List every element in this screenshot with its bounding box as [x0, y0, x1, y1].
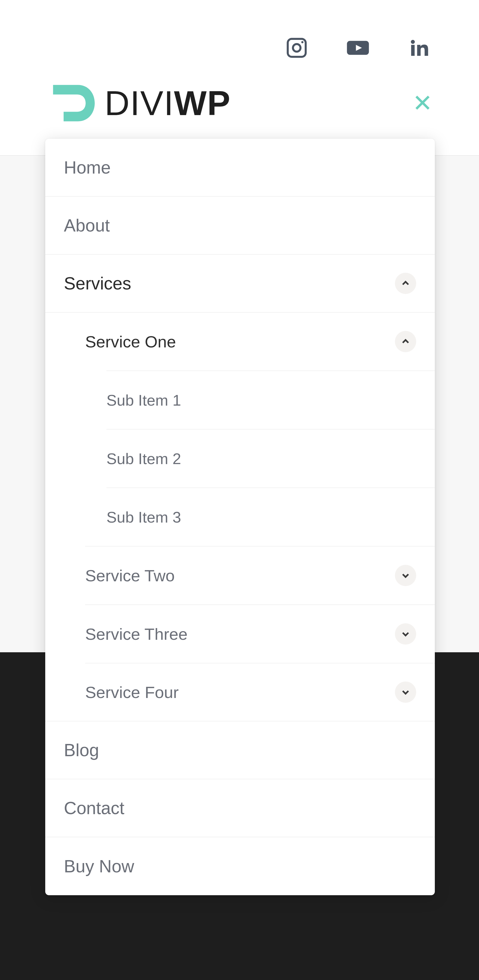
nav-services[interactable]: Services: [45, 255, 435, 313]
services-submenu: Service One Sub Item 1 Sub Item 2 Sub It…: [45, 313, 435, 721]
nav-label: Blog: [64, 740, 416, 760]
logo-text: DIVIWP: [105, 83, 231, 123]
chevron-down-icon[interactable]: [395, 565, 416, 586]
nav-label: Service Two: [85, 566, 395, 585]
nav-home[interactable]: Home: [45, 139, 435, 197]
nav-label: About: [64, 215, 416, 235]
nav-blog[interactable]: Blog: [45, 721, 435, 780]
site-logo[interactable]: DIVIWP: [46, 79, 231, 127]
nav-label: Services: [64, 273, 395, 293]
logo-mark-icon: [46, 79, 100, 127]
nav-label: Buy Now: [64, 856, 416, 877]
nav-about[interactable]: About: [45, 197, 435, 255]
nav-sub-item-3[interactable]: Sub Item 3: [45, 488, 435, 546]
nav-label: Sub Item 3: [107, 508, 416, 526]
nav-contact[interactable]: Contact: [45, 780, 435, 837]
nav-service-three[interactable]: Service Three: [45, 605, 435, 663]
chevron-down-icon[interactable]: [395, 681, 416, 703]
nav-buy-now[interactable]: Buy Now: [45, 837, 435, 895]
nav-label: Service Three: [85, 625, 395, 643]
nav-sub-item-1[interactable]: Sub Item 1: [45, 371, 435, 429]
close-icon[interactable]: ✕: [412, 91, 433, 115]
top-bar: [0, 0, 479, 65]
mobile-menu-panel: Home About Services Service One Sub Item…: [45, 139, 435, 895]
linkedin-icon[interactable]: [407, 36, 431, 61]
social-links: [285, 36, 431, 61]
chevron-up-icon[interactable]: [395, 331, 416, 352]
nav-label: Sub Item 1: [107, 391, 416, 409]
nav-service-one[interactable]: Service One: [45, 313, 435, 371]
nav-label: Service Four: [85, 683, 395, 702]
instagram-icon[interactable]: [285, 36, 309, 61]
nav-service-two[interactable]: Service Two: [45, 546, 435, 605]
nav-label: Home: [64, 158, 416, 178]
chevron-up-icon[interactable]: [395, 273, 416, 294]
nav-service-four[interactable]: Service Four: [45, 663, 435, 721]
youtube-icon[interactable]: [346, 36, 370, 61]
nav-label: Sub Item 2: [107, 450, 416, 468]
nav-label: Contact: [64, 798, 416, 818]
nav-label: Service One: [85, 332, 395, 351]
header-row: DIVIWP ✕: [46, 79, 433, 127]
nav-sub-item-2[interactable]: Sub Item 2: [45, 430, 435, 487]
chevron-down-icon[interactable]: [395, 623, 416, 644]
